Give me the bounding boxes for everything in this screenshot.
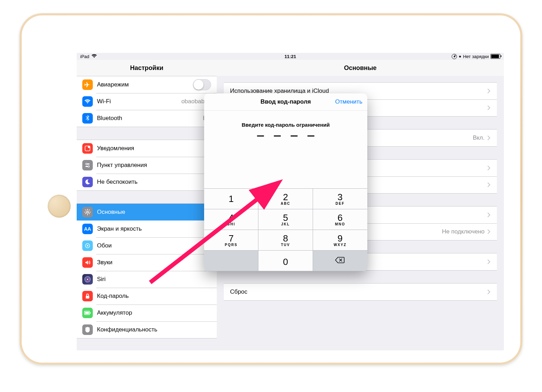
- key-delete[interactable]: [313, 251, 367, 271]
- key-8[interactable]: 8TUV: [258, 230, 313, 251]
- svg-point-6: [88, 166, 89, 167]
- airplane-toggle[interactable]: [193, 79, 211, 90]
- battery-settings-icon: [82, 308, 93, 318]
- airplane-icon: [82, 79, 93, 90]
- key-6[interactable]: 6MNO: [313, 209, 367, 230]
- wifi-settings-icon: [82, 96, 93, 107]
- row-label: Конфиденциальность: [97, 326, 211, 333]
- passcode-dashes: [204, 135, 367, 136]
- privacy-icon: [82, 324, 93, 335]
- sidebar-item-sounds[interactable]: Звуки: [77, 254, 217, 271]
- siri-icon: [82, 274, 93, 285]
- chevron-right-icon: [487, 166, 491, 170]
- passcode-dash: [257, 135, 264, 136]
- device-label: iPad: [80, 54, 89, 59]
- svg-point-16: [87, 245, 88, 246]
- row-label: Не беспокоить: [97, 178, 211, 186]
- passcode-dash: [274, 135, 281, 136]
- chevron-right-icon: [487, 105, 491, 110]
- svg-rect-8: [87, 214, 88, 215]
- chevron-right-icon: [487, 259, 491, 264]
- detail-item-reset[interactable]: Сброс: [224, 284, 497, 300]
- svg-rect-12: [89, 213, 90, 214]
- row-label: Уведомления: [97, 145, 211, 152]
- svg-point-2: [88, 146, 90, 148]
- svg-rect-22: [90, 312, 91, 314]
- passcode-sheet: Ввод код-пароля Отменить Введите код-пар…: [204, 93, 367, 271]
- wifi-icon: [91, 54, 97, 59]
- key-9[interactable]: 9WXYZ: [313, 230, 367, 251]
- sidebar-item-control-center[interactable]: Пункт управления: [77, 157, 217, 174]
- row-label: Bluetooth: [97, 115, 203, 122]
- row-label: Авиарежим: [97, 81, 193, 88]
- key-4[interactable]: 4GHI: [204, 209, 258, 230]
- row-label: Звуки: [97, 259, 211, 266]
- chevron-right-icon: [487, 135, 491, 140]
- wallpaper-icon: [82, 240, 93, 251]
- row-label: Обои: [97, 242, 211, 249]
- keypad: 1 2ABC 3DEF 4GHI 5JKL 6MNO 7PQRS 8TUV 9W…: [204, 188, 367, 271]
- sidebar-item-battery[interactable]: Аккумулятор: [77, 304, 217, 321]
- svg-rect-20: [86, 296, 89, 299]
- sidebar-item-wifi[interactable]: Wi-Fi obaobab44: [77, 93, 217, 110]
- chevron-right-icon: [487, 212, 491, 217]
- svg-rect-9: [84, 212, 86, 212]
- sidebar-item-wallpaper[interactable]: Обои: [77, 237, 217, 254]
- chevron-right-icon: [487, 289, 491, 294]
- key-2[interactable]: 2ABC: [258, 189, 313, 209]
- row-label: Wi-Fi: [97, 98, 181, 105]
- bluetooth-icon: [82, 113, 93, 124]
- sidebar-item-display[interactable]: AA Экран и яркость: [77, 220, 217, 237]
- settings-sidebar[interactable]: Авиарежим Wi-Fi obaobab44 Bluetooth Вы: [77, 76, 217, 350]
- control-center-icon: [82, 160, 93, 170]
- row-label: Основные: [97, 209, 211, 216]
- sidebar-item-general[interactable]: Основные: [77, 204, 217, 220]
- sidebar-item-privacy[interactable]: Конфиденциальность: [77, 321, 217, 338]
- sidebar-item-airplane[interactable]: Авиарежим: [77, 76, 217, 93]
- home-button[interactable]: [48, 195, 71, 218]
- orientation-lock-icon: [452, 54, 457, 59]
- sidebar-item-passcode[interactable]: Код-пароль: [77, 288, 217, 304]
- sidebar-item-notifications[interactable]: Уведомления: [77, 140, 217, 157]
- gear-icon: [82, 207, 93, 217]
- svg-rect-13: [89, 209, 90, 211]
- key-3[interactable]: 3DEF: [313, 189, 367, 209]
- key-blank: [204, 251, 258, 271]
- svg-point-5: [86, 163, 87, 164]
- key-5[interactable]: 5JKL: [258, 209, 313, 230]
- charge-label: Нет зарядки: [463, 54, 489, 59]
- svg-rect-7: [87, 209, 88, 210]
- row-label: Siri: [97, 276, 211, 283]
- status-bar: iPad 11:21 ● Нет зарядки: [77, 53, 504, 60]
- clock: 11:21: [284, 54, 296, 59]
- row-label: Аккумулятор: [97, 309, 211, 316]
- sidebar-item-siri[interactable]: Siri: [77, 271, 217, 288]
- sidebar-item-bluetooth[interactable]: Bluetooth Вы: [77, 110, 217, 127]
- key-0[interactable]: 0: [258, 251, 313, 271]
- svg-rect-14: [85, 213, 86, 214]
- svg-rect-10: [89, 212, 91, 212]
- backspace-icon: [335, 257, 345, 265]
- row-label: Код-пароль: [97, 293, 211, 300]
- cancel-button[interactable]: Отменить: [335, 98, 362, 105]
- chevron-right-icon: [487, 229, 491, 234]
- row-value: Вкл.: [473, 134, 485, 141]
- key-1[interactable]: 1: [204, 189, 258, 209]
- chevron-right-icon: [487, 182, 491, 187]
- notifications-icon: [82, 143, 93, 154]
- passcode-dash: [291, 135, 298, 136]
- sheet-header: Ввод код-пароля Отменить: [204, 93, 367, 111]
- svg-rect-0: [454, 56, 455, 57]
- row-label: Пункт управления: [97, 162, 211, 169]
- sheet-title: Ввод код-пароля: [260, 98, 311, 105]
- sounds-icon: [82, 257, 93, 268]
- detail-title: Основные: [217, 60, 504, 76]
- sidebar-item-dnd[interactable]: Не беспокоить: [77, 174, 217, 190]
- display-icon: AA: [82, 224, 93, 234]
- svg-rect-23: [85, 312, 89, 314]
- row-label: Экран и яркость: [97, 225, 211, 232]
- screen: iPad 11:21 ● Нет зарядки Настройки Основ…: [77, 53, 504, 350]
- key-7[interactable]: 7PQRS: [204, 230, 258, 251]
- svg-point-19: [87, 279, 88, 280]
- row-label: Сброс: [230, 288, 485, 295]
